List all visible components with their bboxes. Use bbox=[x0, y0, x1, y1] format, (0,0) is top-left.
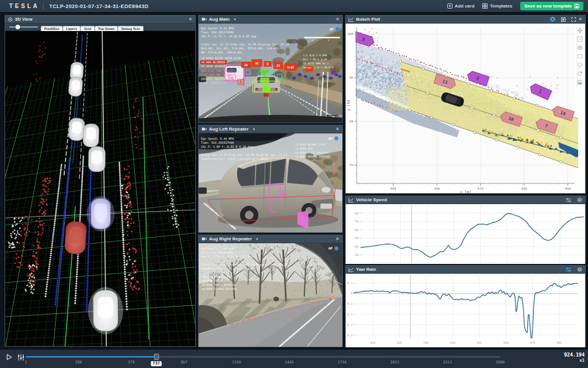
lane-node bbox=[560, 161, 562, 163]
gfx-circle bbox=[374, 74, 376, 76]
gfx-circle bbox=[135, 99, 136, 101]
el-svg bbox=[550, 17, 555, 22]
close-icon[interactable]: ✕ bbox=[335, 127, 339, 132]
gfx-circle bbox=[39, 209, 41, 211]
gfx-circle bbox=[38, 226, 40, 228]
gfx-circle bbox=[172, 204, 173, 205]
gfx-circle bbox=[55, 294, 57, 296]
gfx-circle bbox=[57, 279, 59, 281]
gfx-circle bbox=[371, 85, 373, 86]
chevron-down-icon[interactable]: ▼ bbox=[256, 237, 259, 241]
gfx-circle bbox=[21, 264, 23, 266]
gfx-circle bbox=[137, 137, 138, 139]
gfx-circle bbox=[125, 218, 126, 220]
gfx-circle bbox=[401, 76, 402, 77]
save-as-new-template-button[interactable]: Save as new template bbox=[520, 2, 583, 10]
yellow-dot bbox=[525, 141, 527, 143]
gfx-circle bbox=[171, 195, 172, 197]
gfx-circle bbox=[123, 250, 125, 252]
gfx-circle bbox=[167, 209, 169, 210]
gfx-circle bbox=[124, 275, 126, 277]
gfx-circle bbox=[64, 204, 66, 206]
road-edge-dots bbox=[399, 74, 400, 75]
hud-right-line: V5 0(3) MPH 5s 1 bbox=[303, 62, 328, 65]
gfx-circle bbox=[56, 286, 58, 288]
el-svg bbox=[202, 237, 207, 241]
road-edge-dots bbox=[411, 59, 412, 60]
gfx-circle bbox=[59, 265, 60, 267]
gfx-circle bbox=[370, 55, 371, 56]
close-icon[interactable]: ✕ bbox=[188, 17, 192, 22]
aug-left-video[interactable]: 813Ego Speed: 9.44 MPHTime: 924.19202700… bbox=[199, 133, 342, 232]
templates-label: Templates bbox=[490, 3, 512, 9]
gfx-circle bbox=[130, 223, 132, 224]
gfx-circle bbox=[126, 260, 128, 262]
gfx-circle bbox=[382, 57, 383, 58]
gfx-circle bbox=[368, 69, 369, 71]
gfx-circle bbox=[25, 223, 27, 225]
el-circle bbox=[568, 200, 570, 202]
templates-button[interactable]: Templates bbox=[482, 3, 512, 9]
chevron-down-icon[interactable]: ▼ bbox=[252, 128, 256, 131]
gfx-circle bbox=[52, 236, 54, 238]
gfx-circle bbox=[382, 70, 384, 71]
settings-gear-icon[interactable] bbox=[577, 197, 582, 202]
gfx-circle bbox=[123, 235, 125, 236]
gfx-circle bbox=[134, 266, 136, 267]
vehicle-speed-chart[interactable]: 102030405060 bbox=[346, 204, 585, 264]
aug-right-video[interactable]: Ego Speed: 9.44 MPHTime: 924.192000000CA… bbox=[199, 243, 342, 347]
slider-knob[interactable] bbox=[16, 25, 20, 29]
gfx-circle bbox=[75, 283, 77, 285]
gfx-circle bbox=[388, 78, 389, 79]
settings-gear-icon[interactable] bbox=[577, 267, 582, 272]
gfx-circle bbox=[122, 231, 123, 233]
gfx-circle bbox=[60, 170, 62, 172]
close-icon[interactable]: ✕ bbox=[578, 17, 582, 22]
gfx-circle bbox=[60, 168, 62, 170]
gfx-circle bbox=[61, 233, 63, 235]
gfx-circle bbox=[397, 67, 399, 68]
gfx-circle bbox=[56, 206, 57, 208]
gfx-circle bbox=[362, 71, 363, 72]
add-card-button[interactable]: Add card bbox=[447, 3, 475, 9]
gfx-circle bbox=[365, 76, 366, 78]
close-icon[interactable]: ✕ bbox=[335, 237, 339, 241]
el-path bbox=[205, 238, 206, 240]
gfx-circle bbox=[86, 286, 88, 288]
view3d-canvas[interactable] bbox=[5, 31, 195, 346]
gfx-circle bbox=[385, 95, 386, 97]
yaw-rate-chart[interactable]: 0.10-0.1-0.2-0.3-0.491092093094095096097… bbox=[346, 274, 585, 347]
camera-icon bbox=[202, 237, 207, 241]
close-icon[interactable]: ✕ bbox=[335, 17, 339, 22]
gfx-circle bbox=[382, 76, 383, 76]
settings-gear-icon[interactable] bbox=[550, 17, 555, 22]
sliders-icon-active[interactable] bbox=[566, 267, 571, 272]
aug-main-video[interactable]: 26419235+32Ego Speed: 9.44 MPHTime: 924.… bbox=[199, 24, 342, 122]
sliders-icon[interactable] bbox=[566, 198, 571, 202]
gfx-circle bbox=[75, 297, 76, 299]
road-edge-dots bbox=[450, 72, 451, 73]
bokeh-plot-area[interactable]: 8511110714450460470480490100908070x [m]y… bbox=[346, 24, 585, 193]
gfx-circle bbox=[89, 198, 91, 200]
gfx-circle bbox=[63, 224, 64, 226]
gfx-circle bbox=[136, 269, 138, 271]
view3d-zoom-slider[interactable] bbox=[9, 25, 38, 29]
gfx-circle bbox=[119, 171, 121, 173]
gfx-circle bbox=[387, 59, 388, 59]
gfx-circle bbox=[508, 89, 509, 90]
gfx-circle bbox=[373, 48, 374, 49]
gfx-circle bbox=[47, 274, 49, 276]
gfx-circle bbox=[129, 249, 130, 251]
road-edge-dots bbox=[432, 66, 434, 67]
expand-icon[interactable] bbox=[571, 17, 576, 22]
gfx-circle bbox=[363, 69, 365, 70]
gfx-rect bbox=[71, 121, 82, 134]
lane-dash bbox=[219, 107, 220, 108]
chevron-down-icon[interactable]: ▼ bbox=[233, 18, 237, 21]
gfx-circle bbox=[60, 251, 61, 253]
gfx-circle bbox=[377, 89, 379, 91]
gfx-circle bbox=[40, 78, 41, 79]
gfx-circle bbox=[391, 78, 392, 79]
gfx-circle bbox=[398, 75, 399, 75]
popout-icon[interactable] bbox=[561, 17, 566, 22]
